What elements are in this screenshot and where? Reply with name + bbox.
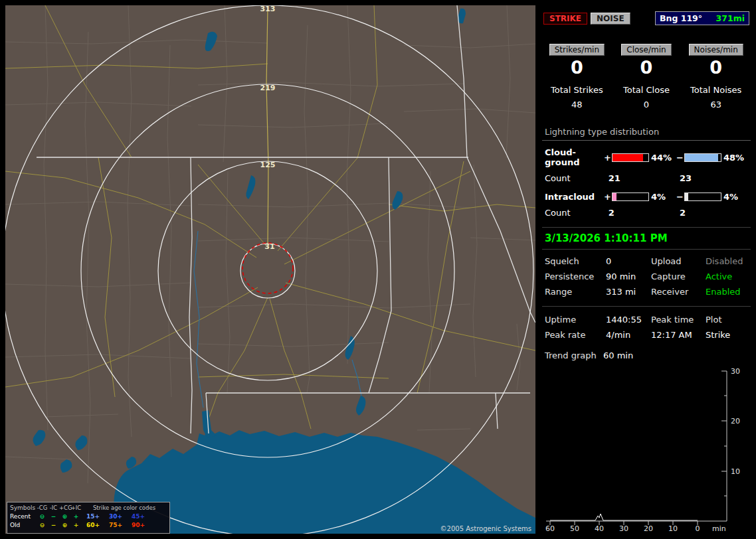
recent-pos-cg-icon: ⊕ bbox=[59, 512, 70, 521]
plot-label: Plot bbox=[706, 315, 748, 325]
total-close-value: 0 bbox=[612, 100, 682, 110]
recent-neg-ic-icon: − bbox=[48, 512, 59, 521]
x-tick-60: 60 bbox=[545, 524, 555, 532]
strike-button[interactable]: STRIKE bbox=[543, 13, 587, 25]
legend-age-header: Strike age color codes bbox=[82, 504, 167, 512]
legend-col-neg-ic: -IC bbox=[48, 504, 59, 512]
age-60: 60+ bbox=[82, 521, 104, 530]
bearing-distance-display: Bng 119° 371mi bbox=[655, 11, 749, 25]
ic-plus-bar bbox=[612, 193, 649, 201]
range-value: 313 mi bbox=[606, 287, 651, 297]
plus-sign: + bbox=[603, 153, 612, 163]
ic-plus-percent: 4% bbox=[649, 192, 676, 202]
x-tick-0: 0 bbox=[696, 524, 700, 532]
age-15: 15+ bbox=[82, 512, 104, 521]
legend-col-pos-cg: +CG bbox=[59, 504, 70, 512]
cg-plus-percent: 44% bbox=[649, 153, 676, 163]
age-30: 30+ bbox=[104, 512, 127, 521]
stats-grid: Uptime 1440:55 Peak time Plot Peak rate … bbox=[542, 315, 751, 340]
capture-label: Capture bbox=[651, 271, 706, 281]
copyright-attribution: ©2005 Astrogenic Systems bbox=[440, 525, 531, 532]
plot-value: Strike bbox=[706, 330, 748, 340]
noises-per-min-button[interactable]: Noises/min bbox=[689, 44, 743, 56]
ring-label-313: 313 bbox=[260, 5, 276, 13]
ring-label-219: 219 bbox=[260, 84, 276, 92]
legend-col-pos-ic: +IC bbox=[70, 504, 82, 512]
old-pos-cg-icon: ⊕ bbox=[59, 521, 70, 530]
strike-rate-trace bbox=[550, 514, 698, 520]
squelch-value: 0 bbox=[606, 256, 651, 266]
x-tick-30: 30 bbox=[619, 524, 628, 532]
plus-sign: + bbox=[603, 192, 612, 202]
receiver-label: Receiver bbox=[651, 287, 706, 297]
legend-col-neg-cg: -CG bbox=[37, 504, 48, 512]
bearing-value: Bng 119° bbox=[660, 13, 702, 23]
settings-grid: Squelch 0 Upload Disabled Persistence 90… bbox=[542, 256, 751, 297]
ic-minus-count: 2 bbox=[680, 208, 751, 218]
range-label: Range bbox=[545, 287, 606, 297]
age-45: 45+ bbox=[127, 512, 149, 521]
legend-symbols-header: Symbols bbox=[10, 504, 37, 512]
uptime-label: Uptime bbox=[545, 315, 606, 325]
recent-pos-ic-icon: + bbox=[70, 512, 82, 521]
peak-time-label: Peak time bbox=[651, 315, 706, 325]
total-close-label: Total Close bbox=[612, 85, 682, 95]
cg-plus-bar bbox=[612, 153, 649, 162]
noise-button[interactable]: NOISE bbox=[591, 13, 630, 25]
map-canvas[interactable]: 313 219 125 31 Symbols -CG -IC +CG +IC S… bbox=[5, 5, 535, 534]
ring-label-31: 31 bbox=[264, 242, 274, 251]
receiver-status: Enabled bbox=[706, 287, 748, 297]
total-strikes-value: 48 bbox=[542, 100, 612, 110]
cg-minus-percent: 48% bbox=[721, 153, 748, 163]
trend-graph: 30 20 10 60 50 40 30 20 10 0 min bbox=[542, 363, 751, 532]
old-pos-ic-icon: + bbox=[70, 521, 82, 530]
x-tick-40: 40 bbox=[595, 524, 604, 532]
persistence-label: Persistence bbox=[545, 271, 606, 281]
cg-minus-bar bbox=[684, 153, 721, 162]
upload-status: Disabled bbox=[706, 256, 748, 266]
minus-sign: − bbox=[676, 192, 684, 202]
squelch-label: Squelch bbox=[545, 256, 606, 266]
old-neg-ic-icon: − bbox=[48, 521, 59, 530]
cloud-ground-label: Cloud-ground bbox=[545, 147, 603, 167]
total-strikes-label: Total Strikes bbox=[542, 85, 612, 95]
legend-old-label: Old bbox=[10, 521, 37, 530]
ring-label-125: 125 bbox=[260, 161, 276, 169]
ic-plus-count: 2 bbox=[609, 208, 680, 218]
status-panel: STRIKE NOISE Bng 119° 371mi Strikes/min … bbox=[542, 5, 751, 534]
peak-rate-label: Peak rate bbox=[545, 330, 606, 340]
strike-legend: Symbols -CG -IC +CG +IC Strike age color… bbox=[7, 502, 170, 534]
recent-neg-cg-icon: ⊖ bbox=[37, 512, 48, 521]
close-per-min-button[interactable]: Close/min bbox=[621, 44, 671, 56]
x-unit-label: min bbox=[712, 524, 726, 532]
noises-per-min-value: 0 bbox=[681, 58, 751, 77]
y-tick-30: 30 bbox=[731, 367, 740, 376]
y-tick-20: 20 bbox=[731, 417, 740, 425]
capture-status: Active bbox=[706, 271, 748, 281]
upload-label: Upload bbox=[651, 256, 706, 266]
trend-graph-label: Trend graph bbox=[545, 350, 603, 360]
datetime-display: 3/13/2026 1:10:11 PM bbox=[542, 228, 751, 249]
cg-minus-count: 23 bbox=[680, 173, 751, 183]
x-tick-50: 50 bbox=[570, 524, 579, 532]
uptime-value: 1440:55 bbox=[606, 315, 651, 325]
cg-count-label: Count bbox=[545, 173, 609, 183]
total-noises-label: Total Noises bbox=[681, 85, 751, 95]
section-divider bbox=[542, 306, 751, 307]
distance-value: 371mi bbox=[716, 13, 745, 23]
section-divider bbox=[542, 249, 751, 250]
minus-sign: − bbox=[676, 153, 684, 163]
y-tick-10: 10 bbox=[731, 467, 740, 476]
peak-rate-value: 4/min bbox=[606, 330, 651, 340]
ic-minus-percent: 4% bbox=[721, 192, 748, 202]
peak-time-value: 12:17 AM bbox=[651, 330, 706, 340]
persistence-value: 90 min bbox=[606, 271, 651, 281]
ic-count-label: Count bbox=[545, 208, 609, 218]
strikes-per-min-button[interactable]: Strikes/min bbox=[549, 44, 605, 56]
intracloud-label: Intracloud bbox=[545, 192, 603, 202]
lightning-distribution-section: Lightning type distribution Cloud-ground… bbox=[542, 127, 751, 218]
legend-recent-label: Recent bbox=[10, 512, 37, 521]
ic-minus-bar bbox=[684, 193, 721, 201]
strikes-per-min-value: 0 bbox=[542, 58, 612, 77]
total-noises-value: 63 bbox=[681, 100, 751, 110]
